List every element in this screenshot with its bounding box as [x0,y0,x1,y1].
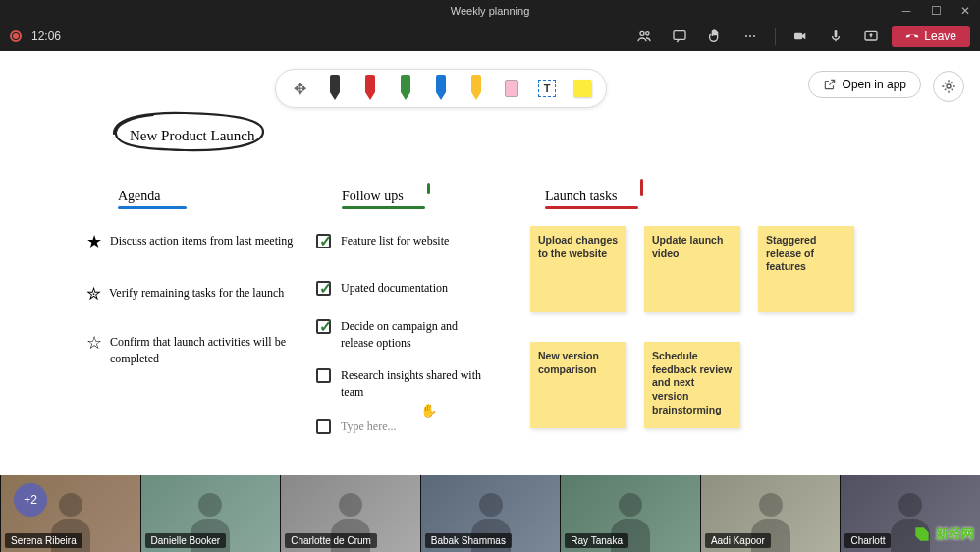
participants-strip: +2 Serena Ribeira Danielle Booker Charlo… [0,475,980,552]
agenda-item[interactable]: ✮ Verify remaining tasks for the launch [86,285,295,303]
whiteboard-canvas[interactable]: ✥ T Open in app New Product Launch Agend… [0,51,980,475]
participant-name: Aadi Kapoor [705,533,771,548]
star-icon: ☆ [86,334,102,352]
participant-tile[interactable]: Danielle Booker [140,475,281,552]
checkbox-checked-icon[interactable] [316,234,331,248]
participant-tile[interactable]: Aadi Kapoor [700,475,841,552]
grab-cursor-icon: ✋ [420,403,437,418]
participant-name: Ray Tanaka [565,533,628,548]
sticky-note[interactable]: New version comparison [530,342,626,428]
sticky-note[interactable]: Schedule feedback review and next versio… [644,342,740,428]
hangup-icon [905,29,919,43]
window-titlebar: Weekly planning ─ ☐ ✕ [0,0,980,22]
open-in-app-button[interactable]: Open in app [808,71,921,98]
whiteboard-settings-button[interactable] [933,71,964,102]
star-icon: ✮ [86,285,101,303]
agenda-header: Agenda [118,189,187,209]
svg-rect-2 [674,31,685,40]
meeting-timer: 12:06 [31,29,61,43]
star-icon: ★ [86,233,102,250]
checkbox-icon[interactable] [316,368,331,383]
sticky-note-tool[interactable] [571,74,594,103]
followups-header: Follow ups [342,189,425,209]
svg-point-1 [646,32,649,35]
svg-rect-6 [794,33,802,40]
eraser-tool[interactable] [500,74,523,103]
meeting-toolbar: 12:06 Leave [0,22,980,51]
participant-tile[interactable]: Babak Shammas [420,475,561,552]
whiteboard-toolbar: ✥ T [275,69,607,108]
leave-button[interactable]: Leave [892,26,970,47]
followup-item[interactable]: Upated documentation [316,280,493,297]
pen-yellow[interactable] [464,74,488,103]
microphone-icon[interactable] [821,24,850,49]
participant-name: Danielle Booker [145,533,227,548]
svg-point-5 [753,35,755,37]
participant-name: Serena Ribeira [5,533,82,548]
svg-point-9 [947,84,951,88]
checkbox-checked-icon[interactable] [316,319,331,334]
raise-hand-icon[interactable] [700,24,730,49]
participant-name: Babak Shammas [425,533,512,548]
followup-item[interactable]: Feature list for website [316,233,493,249]
maximize-button[interactable]: ☐ [921,0,951,22]
sticky-note[interactable]: Upload changes to the website [530,226,626,312]
external-link-icon [823,78,837,91]
agenda-item[interactable]: ★ Discuss action items from last meeting [86,233,295,250]
followup-item[interactable]: Decide on campaign and release options [316,318,493,352]
participant-name: Charlott [844,533,891,548]
svg-point-4 [749,35,751,37]
camera-icon[interactable] [786,24,815,49]
pen-blue[interactable] [429,74,453,103]
participants-overflow-badge[interactable]: +2 [14,483,47,517]
participants-icon[interactable] [629,24,659,49]
close-button[interactable]: ✕ [951,0,980,22]
watermark: 新经网 [912,524,974,544]
checkbox-icon[interactable] [316,419,331,434]
svg-point-3 [745,35,747,37]
more-options-icon[interactable] [735,24,765,49]
minimize-button[interactable]: ─ [892,0,921,22]
pen-red[interactable] [358,74,382,103]
agenda-item[interactable]: ☆ Confirm that launch activities will be… [86,334,295,367]
recording-indicator-icon [10,30,22,42]
whiteboard-title[interactable]: New Product Launch [116,122,268,150]
move-tool-icon[interactable]: ✥ [288,74,311,103]
sticky-note[interactable]: Staggered release of features [758,226,854,312]
pen-green[interactable] [394,74,417,103]
followup-new-input[interactable]: Type here... [316,418,493,435]
svg-rect-7 [835,30,838,37]
text-tool[interactable]: T [535,74,559,103]
chat-icon[interactable] [665,24,694,49]
followup-item[interactable]: Research insights shared with team [316,367,493,401]
launch-tasks-header: Launch tasks [545,189,638,209]
checkbox-checked-icon[interactable] [316,281,331,296]
window-title: Weekly planning [451,5,530,17]
svg-point-0 [640,31,644,35]
share-screen-icon[interactable] [856,24,886,49]
participant-name: Charlotte de Crum [285,533,377,548]
pen-black[interactable] [323,74,347,103]
watermark-logo-icon [912,524,932,544]
gear-icon [941,79,956,94]
participant-tile[interactable]: Ray Tanaka [560,475,700,552]
participant-tile[interactable]: Charlotte de Crum [280,475,420,552]
sticky-note[interactable]: Update launch video [644,226,740,312]
